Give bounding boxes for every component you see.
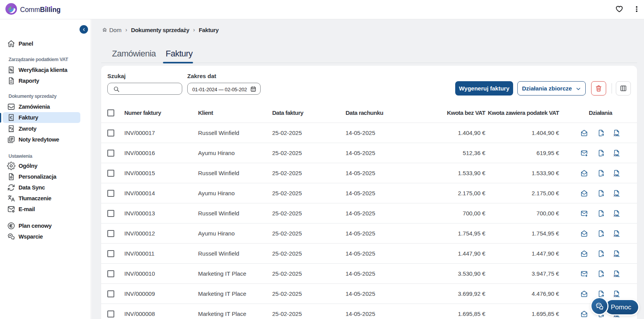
svg-text:XML: XML (613, 154, 620, 157)
svg-text:XML: XML (613, 274, 620, 278)
svg-text:XML: XML (613, 214, 620, 217)
svg-text:XML: XML (613, 174, 620, 177)
svg-text:XML: XML (613, 254, 620, 258)
svg-text:XML: XML (613, 294, 620, 298)
svg-text:XML: XML (613, 133, 620, 137)
svg-text:XML: XML (613, 234, 620, 237)
svg-text:XML: XML (613, 194, 620, 197)
svg-text:XML: XML (613, 314, 620, 318)
